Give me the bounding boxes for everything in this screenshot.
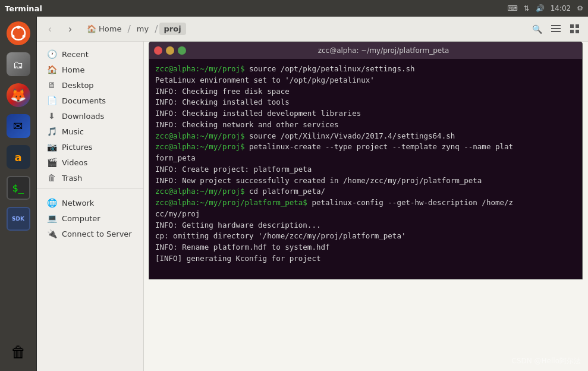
desktop-icon: 🖥 — [46, 80, 57, 90]
sidebar-item-computer[interactable]: 💻 Computer — [39, 210, 141, 226]
sidebar-item-home[interactable]: 🏠 Home — [39, 62, 141, 77]
top-bar-title: Terminal — [5, 4, 42, 13]
file-manager: ‹ › 🏠 Home / my / proj 🔍 — [37, 17, 588, 371]
svg-rect-9 — [570, 30, 574, 33]
term-line-14: cc/my/proj — [155, 209, 576, 220]
sidebar-item-downloads[interactable]: ⬇ Downloads — [39, 108, 141, 124]
dock-item-ubuntu[interactable] — [4, 19, 33, 48]
term-line-8: zcc@alpha:~/my/proj$ petalinux-create --… — [155, 142, 576, 153]
sidebar-item-recent[interactable]: 🕐 Recent — [39, 46, 141, 62]
breadcrumb-my[interactable]: my — [132, 23, 153, 35]
terminal-icon: $_ — [7, 176, 30, 200]
clock: 14:02 — [551, 4, 571, 12]
forward-button[interactable]: › — [62, 21, 78, 37]
svg-rect-10 — [576, 30, 579, 33]
sidebar-item-network[interactable]: 🌐 Network — [39, 195, 141, 210]
trash-icon: 🗑 — [7, 340, 30, 364]
music-icon: 🎵 — [46, 127, 57, 136]
main-layout: 🗂 🦊 ✉ a $_ SD — [0, 17, 588, 371]
sidebar-item-videos[interactable]: 🎬 Videos — [39, 155, 141, 170]
term-line-16: cp: omitting directory '/home/zcc/my/pro… — [155, 231, 576, 242]
search-button[interactable]: 🔍 — [529, 21, 545, 37]
grid-view-button[interactable] — [567, 21, 583, 37]
term-line-11: INFO: New project successfully created i… — [155, 175, 576, 187]
downloads-icon: ⬇ — [46, 111, 57, 121]
fm-toolbar: ‹ › 🏠 Home / my / proj 🔍 — [37, 17, 588, 42]
top-bar-right: ⌨ ⇅ 🔊 14:02 ⚙ — [507, 4, 583, 12]
dock-item-trash[interactable]: 🗑 — [4, 338, 33, 366]
pictures-icon: 📷 — [46, 142, 57, 152]
term-line-18: [INFO] generating Kconfig for project — [155, 253, 576, 265]
volume-icon: 🔊 — [536, 4, 545, 12]
term-line-17: INFO: Rename platform.hdf to system.hdf — [155, 242, 576, 253]
fm-sidebar: 🕐 Recent 🏠 Home 🖥 Desktop 📄 Documents ⬇ — [37, 42, 144, 371]
home-icon: 🏠 — [87, 24, 96, 33]
top-bar: Terminal ⌨ ⇅ 🔊 14:02 ⚙ — [0, 0, 588, 17]
grid-view-icon — [570, 24, 580, 34]
term-line-7: zcc@alpha:~/my/proj$ source /opt/Xilinx/… — [155, 131, 576, 142]
settings-icon: ⚙ — [577, 4, 583, 12]
breadcrumb-proj[interactable]: proj — [159, 23, 186, 35]
dock: 🗂 🦊 ✉ a $_ SD — [0, 17, 37, 371]
sdk-icon: SDK — [7, 207, 30, 231]
breadcrumb: 🏠 Home / my / proj — [82, 23, 525, 35]
terminal-titlebar: zcc@alpha: ~/my/proj/platform_peta — [149, 42, 582, 59]
svg-rect-5 — [551, 28, 561, 29]
sidebar-item-desktop[interactable]: 🖥 Desktop — [39, 77, 141, 93]
terminal-body[interactable]: zcc@alpha:~/my/proj$ source /opt/pkg/pet… — [149, 59, 582, 279]
ubuntu-logo-icon — [7, 21, 30, 45]
term-line-1: zcc@alpha:~/my/proj$ source /opt/pkg/pet… — [155, 64, 576, 75]
watermark: CSDN @Hello阿尔法 — [512, 356, 581, 366]
sidebar-item-pictures[interactable]: 📷 Pictures — [39, 139, 141, 155]
recent-icon: 🕐 — [46, 49, 57, 59]
breadcrumb-sep1: / — [127, 23, 130, 34]
svg-point-2 — [22, 35, 25, 38]
terminal-close-button[interactable] — [154, 46, 162, 55]
terminal-title: zcc@alpha: ~/my/proj/platform_peta — [190, 46, 577, 55]
sidebar-item-connect-server[interactable]: 🔌 Connect to Server — [39, 226, 141, 241]
computer-icon: 💻 — [46, 213, 57, 223]
svg-rect-6 — [551, 31, 561, 32]
terminal-maximize-button[interactable] — [178, 46, 186, 55]
breadcrumb-sep2: / — [155, 23, 158, 34]
amazon-icon: a — [7, 145, 30, 169]
network-icon: 🌐 — [46, 198, 57, 207]
fm-toolbar-right: 🔍 — [529, 21, 583, 37]
breadcrumb-home[interactable]: 🏠 Home — [82, 23, 126, 35]
term-line-6: INFO: Checking network and other service… — [155, 120, 576, 131]
svg-rect-4 — [551, 25, 561, 26]
dock-item-thunderbird[interactable]: ✉ — [4, 112, 33, 140]
dock-item-sdk[interactable]: SDK — [4, 205, 33, 233]
svg-rect-7 — [570, 24, 574, 28]
documents-icon: 📄 — [46, 96, 57, 105]
svg-point-3 — [11, 35, 14, 38]
sidebar-item-trash[interactable]: 🗑 Trash — [39, 170, 141, 186]
terminal-window: zcc@alpha: ~/my/proj/platform_peta zcc@a… — [149, 42, 583, 279]
dock-item-terminal[interactable]: $_ — [4, 174, 33, 202]
connect-server-icon: 🔌 — [46, 229, 57, 238]
term-line-13: zcc@alpha:~/my/proj/platform_peta$ petal… — [155, 197, 576, 209]
ubuntu-svg — [11, 26, 26, 41]
term-line-12: zcc@alpha:~/my/proj$ cd platform_peta/ — [155, 186, 576, 197]
fm-content: platform_peta HDF platform.hdf zcc@alp — [144, 42, 588, 371]
svg-point-1 — [17, 26, 20, 29]
svg-rect-8 — [576, 24, 579, 28]
term-line-2: PetaLinux environment set to '/opt/pkg/p… — [155, 75, 576, 86]
videos-icon: 🎬 — [46, 158, 57, 167]
dock-item-files[interactable]: 🗂 — [4, 50, 33, 78]
sidebar-item-documents[interactable]: 📄 Documents — [39, 93, 141, 108]
list-view-button[interactable] — [548, 21, 564, 37]
term-line-9: form_peta — [155, 153, 576, 164]
sidebar-item-music[interactable]: 🎵 Music — [39, 124, 141, 139]
trash-sidebar-icon: 🗑 — [46, 173, 57, 183]
terminal-minimize-button[interactable] — [166, 46, 174, 55]
keyboard-icon: ⌨ — [507, 4, 517, 12]
home-sidebar-icon: 🏠 — [46, 65, 57, 74]
dock-item-amazon[interactable]: a — [4, 143, 33, 171]
dock-item-firefox[interactable]: 🦊 — [4, 81, 33, 109]
top-bar-left: Terminal — [5, 4, 42, 13]
term-line-3: INFO: Checking free disk space — [155, 86, 576, 98]
term-line-5: INFO: Checking installed development lib… — [155, 108, 576, 120]
firefox-icon: 🦊 — [7, 83, 30, 107]
back-button[interactable]: ‹ — [42, 21, 58, 37]
